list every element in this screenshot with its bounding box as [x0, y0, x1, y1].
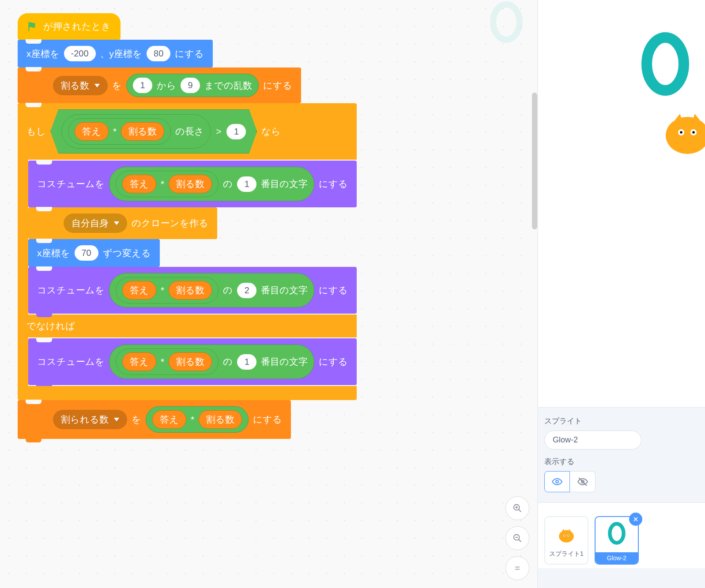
hide-button[interactable]	[570, 471, 596, 492]
right-panel: スプライト Glow-2 表示する スプライト1	[537, 0, 705, 588]
block-stack[interactable]: が押されたとき x座標を -200 、y座標を 80 にする 割る数 を 1 か…	[18, 13, 520, 439]
chevron-down-icon	[94, 84, 100, 87]
zoom-in-button[interactable]	[505, 496, 529, 520]
var-answer[interactable]: 答え	[75, 122, 109, 141]
reporter-multiply-dividend[interactable]: 答え * 割る数	[146, 406, 249, 433]
reporter-length-of[interactable]: 答え * 割る数 の長さ	[61, 114, 211, 149]
block-set-variable-divisor[interactable]: 割る数 を 1 から 9 までの乱数 にする	[18, 67, 301, 103]
zoom-controls: =	[505, 496, 529, 580]
glow-icon	[606, 517, 627, 550]
zoom-out-button[interactable]	[505, 526, 529, 550]
svg-point-17	[559, 530, 574, 543]
block-set-variable-dividend[interactable]: 割られる数 を 答え * 割る数 にする	[18, 400, 291, 439]
block-else-label: でなければ	[18, 315, 357, 337]
reporter-letter-of-1[interactable]: 答え * 割る数 の 1 番目の文字	[109, 167, 314, 201]
vertical-scrollbar[interactable]	[532, 93, 537, 229]
input-x[interactable]: -200	[64, 46, 96, 61]
svg-point-24	[610, 524, 623, 543]
svg-point-8	[647, 37, 684, 90]
stage[interactable]	[538, 0, 705, 407]
input-compare-1[interactable]: 1	[226, 124, 246, 139]
reporter-letter-of-2[interactable]: 答え * 割る数 の 2 番目の文字	[109, 273, 314, 307]
var-divisor[interactable]: 割る数	[121, 122, 164, 141]
stage-sprite-glow	[639, 31, 692, 97]
hat-when-flag-clicked[interactable]: が押されたとき	[18, 13, 121, 40]
svg-point-21	[568, 535, 569, 536]
reporter-multiply-else[interactable]: 答え * 割る数	[116, 348, 219, 375]
block-create-clone[interactable]: 自分自身 のクローンを作る	[28, 207, 217, 239]
input-letter-idx-1[interactable]: 1	[237, 176, 256, 192]
reporter-random[interactable]: 1 から 9 までの乱数	[126, 74, 259, 97]
svg-point-9	[666, 117, 705, 154]
sprite-label: スプライト	[544, 416, 699, 426]
block-change-x[interactable]: x座標を 70 ずつ変える	[28, 239, 160, 267]
reporter-multiply[interactable]: 答え * 割る数	[68, 118, 171, 145]
show-button[interactable]	[544, 471, 570, 492]
chevron-down-icon	[114, 418, 119, 421]
input-change-x[interactable]: 70	[75, 245, 98, 261]
svg-line-6	[519, 539, 521, 542]
reporter-multiply-c1[interactable]: 答え * 割る数	[116, 171, 219, 197]
reporter-letter-of-else[interactable]: 答え * 割る数 の 1 番目の文字	[109, 345, 314, 379]
dropdown-clone-target[interactable]: 自分自身	[64, 213, 127, 233]
chevron-down-icon	[114, 221, 119, 225]
sprite-list: スプライト1 Glow-2	[538, 502, 705, 568]
input-rand-to[interactable]: 9	[181, 78, 200, 93]
delete-sprite-button[interactable]	[629, 513, 642, 526]
svg-point-13	[692, 131, 695, 134]
stage-sprite-cat	[656, 101, 705, 165]
block-switch-costume-1[interactable]: コスチュームを 答え * 割る数 の 1 番目の文字 にする	[28, 161, 357, 207]
block-switch-costume-else[interactable]: コスチュームを 答え * 割る数 の 1 番目の文字 にする	[28, 338, 357, 385]
cat-icon	[554, 523, 579, 547]
sprite-tile-label: スプライト1	[549, 550, 584, 558]
reporter-multiply-c2[interactable]: 答え * 割る数	[116, 277, 219, 303]
sprite-tile-glow[interactable]: Glow-2	[595, 516, 639, 565]
hat-label: が押されたとき	[43, 20, 111, 33]
input-letter-idx-2[interactable]: 2	[237, 283, 256, 298]
block-switch-costume-2[interactable]: コスチュームを 答え * 割る数 の 2 番目の文字 にする	[28, 267, 357, 314]
svg-point-20	[564, 535, 565, 536]
visibility-label: 表示する	[544, 457, 699, 467]
dropdown-divisor[interactable]: 割る数	[53, 76, 108, 95]
visibility-toggle	[544, 471, 699, 492]
sprite-tile-label: Glow-2	[596, 552, 638, 564]
block-if-else[interactable]: もし 答え * 割る数 の長さ > 1 なら	[18, 103, 357, 400]
input-y[interactable]: 80	[147, 46, 170, 61]
block-goto-xy[interactable]: x座標を -200 、y座標を 80 にする	[18, 40, 213, 67]
svg-line-2	[519, 509, 521, 512]
svg-point-14	[556, 480, 558, 483]
input-rand-from[interactable]: 1	[133, 78, 152, 93]
sprite-name-input[interactable]: Glow-2	[544, 431, 641, 449]
svg-point-12	[680, 131, 682, 134]
dropdown-dividend[interactable]: 割られる数	[53, 410, 127, 429]
zoom-reset-button[interactable]: =	[505, 556, 529, 580]
input-letter-idx-else[interactable]: 1	[237, 354, 256, 370]
sprite-info-panel: スプライト Glow-2 表示する スプライト1	[538, 407, 705, 588]
code-workspace[interactable]: が押されたとき x座標を -200 、y座標を 80 にする 割る数 を 1 か…	[0, 0, 537, 588]
boolean-gt[interactable]: 答え * 割る数 の長さ > 1	[50, 109, 257, 154]
sprite-tile-1[interactable]: スプライト1	[544, 516, 588, 565]
green-flag-icon	[26, 20, 38, 33]
